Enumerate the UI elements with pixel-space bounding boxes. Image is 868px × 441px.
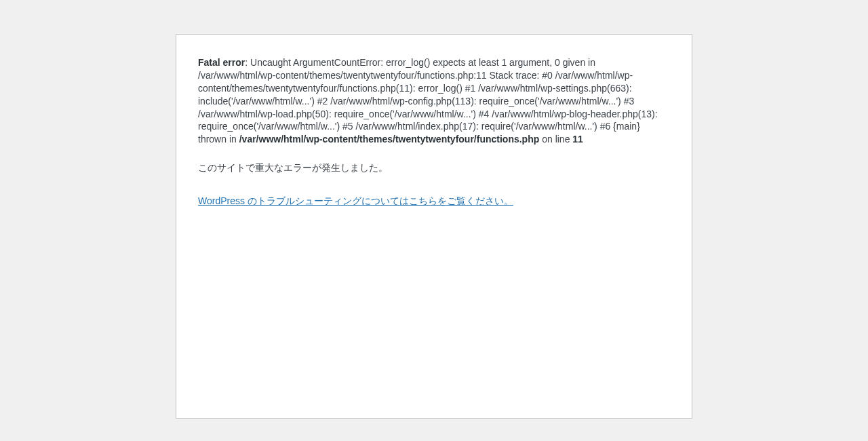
fatal-error-online: on line [539, 134, 572, 145]
fatal-error-file: /var/www/html/wp-content/themes/twentytw… [239, 134, 540, 145]
fatal-error-sep: : [245, 57, 250, 68]
critical-error-text: このサイトで重大なエラーが発生しました。 [198, 161, 670, 175]
fatal-error-body: Uncaught ArgumentCountError: error_log()… [198, 57, 658, 145]
fatal-error-message: Fatal error: Uncaught ArgumentCountError… [198, 56, 670, 146]
fatal-error-label: Fatal error [198, 57, 245, 68]
error-container: Fatal error: Uncaught ArgumentCountError… [176, 34, 692, 419]
troubleshoot-link[interactable]: WordPress のトラブルシューティングについてはこちらをご覧ください。 [198, 194, 513, 208]
fatal-error-line: 11 [572, 134, 583, 145]
